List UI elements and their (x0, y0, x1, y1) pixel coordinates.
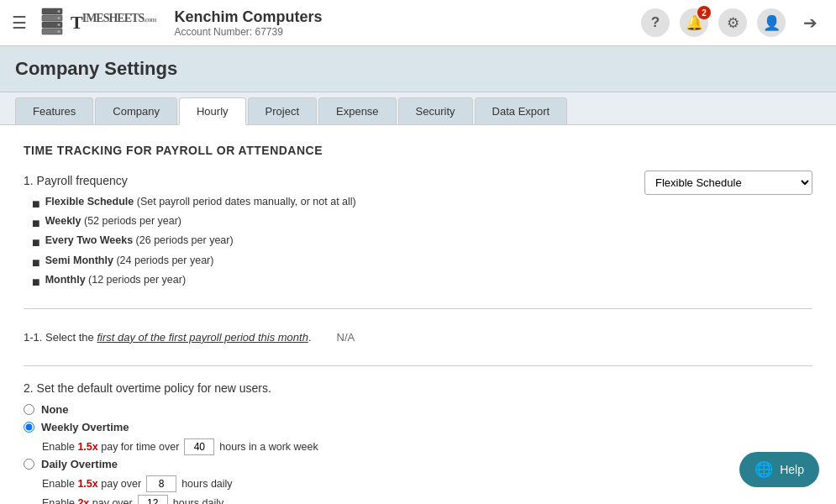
payroll-frequency-label: 1. Payroll frequency (24, 174, 611, 187)
first-day-label: 1-1. Select the first day of the first p… (24, 331, 312, 344)
page-title: Company Settings (0, 46, 836, 92)
daily-ot-text2a: Enable 2x pay over (42, 497, 133, 504)
first-day-value: N/A (337, 331, 355, 344)
option-monthly-desc: (12 periods per year) (86, 274, 187, 286)
svg-point-5 (58, 17, 60, 19)
logo-text: TIMESHEETS.com (71, 12, 155, 34)
list-item: ■ Every Two Weeks (26 periods per year) (32, 234, 611, 250)
option-weekly-desc: (52 periods per year) (81, 215, 182, 227)
daily-ot-hours-input-2[interactable] (138, 495, 168, 504)
tab-hourly[interactable]: Hourly (179, 97, 246, 125)
logo-server-icon (39, 7, 66, 39)
weekly-ot-pay: 1.5x (77, 441, 97, 453)
tab-company[interactable]: Company (95, 97, 177, 124)
option-biweekly-bold: Every Two Weeks (45, 234, 133, 246)
weekly-ot-text1: Enable 1.5x pay for time over (42, 441, 179, 453)
help-button[interactable]: 🌐 Help (739, 452, 819, 487)
logo: TIMESHEETS.com (39, 7, 155, 39)
help-button-label: Help (780, 463, 804, 476)
svg-point-6 (58, 24, 60, 26)
company-info: Kenchim Computers Account Number: 67739 (174, 8, 322, 38)
overtime-weekly-radio[interactable] (24, 422, 34, 433)
content-area: TIME TRACKING FOR PAYROLL OR ATTENDANCE … (0, 125, 836, 504)
company-name: Kenchim Computers (174, 8, 322, 26)
tab-data-export[interactable]: Data Export (475, 97, 568, 124)
first-day-section: 1-1. Select the first day of the first p… (24, 324, 812, 350)
daily-ot-text1b: hours daily (181, 478, 232, 490)
weekly-overtime-sub: Enable 1.5x pay for time over hours in a… (24, 438, 812, 455)
tabs-bar: Features Company Hourly Project Expense … (0, 92, 836, 125)
payroll-frequency-row: 1. Payroll frequency ■ Flexible Schedule… (24, 174, 812, 293)
bullet-icon: ■ (32, 274, 40, 290)
svg-point-4 (58, 10, 60, 13)
user-icon: 👤 (763, 14, 781, 32)
user-button[interactable]: 👤 (757, 8, 786, 37)
option-flexible-bold: Flexible Schedule (45, 196, 134, 207)
daily-ot-pay1: 1.5x (77, 478, 97, 490)
payroll-frequency-list: ■ Flexible Schedule (Set payroll period … (24, 196, 611, 290)
list-item: ■ Flexible Schedule (Set payroll period … (32, 196, 611, 212)
menu-icon[interactable]: ☰ (12, 13, 27, 33)
option-monthly-bold: Monthly (45, 274, 86, 286)
divider (24, 308, 812, 309)
option-weekly-bold: Weekly (45, 215, 81, 227)
account-number: Account Number: 67739 (174, 26, 322, 38)
daily-ot-sub2: Enable 2x pay over hours daily (24, 495, 812, 504)
bullet-icon: ■ (32, 234, 40, 250)
overtime-none-option: None (24, 403, 812, 416)
option-semimonthly-bold: Semi Monthly (45, 255, 113, 266)
overtime-section: 2. Set the default overtime policy for n… (24, 381, 812, 504)
overtime-weekly-option: Weekly Overtime (24, 421, 812, 433)
weekly-ot-hours-input[interactable] (184, 438, 214, 455)
daily-ot-text1a: Enable 1.5x pay over (42, 478, 141, 490)
notification-badge: 2 (697, 6, 711, 19)
overtime-daily-radio[interactable] (24, 459, 34, 470)
help-circle-button[interactable]: ? (641, 8, 670, 37)
section-title: TIME TRACKING FOR PAYROLL OR ATTENDANCE (24, 144, 812, 157)
bullet-icon: ■ (32, 215, 40, 231)
notifications-button[interactable]: 🔔 2 (680, 8, 708, 37)
option-semimonthly-desc: (24 periods per year) (113, 255, 214, 266)
bullet-icon: ■ (32, 196, 40, 212)
list-item: ■ Semi Monthly (24 periods per year) (32, 255, 611, 270)
bullet-icon: ■ (32, 255, 40, 270)
option-flexible-desc: (Set payroll period dates manually, or n… (134, 196, 355, 207)
list-item: ■ Monthly (12 periods per year) (32, 274, 611, 290)
tab-expense[interactable]: Expense (318, 97, 397, 124)
overtime-weekly-label[interactable]: Weekly Overtime (41, 421, 129, 433)
divider-2 (24, 365, 812, 366)
payroll-frequency-left: 1. Payroll frequency ■ Flexible Schedule… (24, 174, 611, 293)
daily-ot-sub1: Enable 1.5x pay over hours daily (24, 475, 812, 492)
help-globe-icon: 🌐 (755, 460, 773, 479)
overtime-daily-option: Daily Overtime (24, 458, 812, 470)
daily-ot-hours-input-1[interactable] (146, 475, 176, 492)
weekly-ot-text2: hours in a work week (219, 441, 318, 453)
payroll-frequency-select[interactable]: Flexible Schedule Weekly Every Two Weeks… (644, 171, 812, 195)
daily-ot-text2b: hours daily (173, 497, 223, 504)
option-biweekly-desc: (26 periods per year) (133, 234, 234, 246)
settings-button[interactable]: ⚙ (718, 8, 747, 37)
logout-button[interactable]: ➔ (796, 8, 824, 37)
tab-security[interactable]: Security (398, 97, 473, 124)
gear-icon: ⚙ (727, 14, 739, 32)
header: ☰ TIMESHEETS.com Kenchim Computers Accou… (0, 0, 836, 46)
overtime-none-radio[interactable] (24, 404, 34, 415)
header-actions: ? 🔔 2 ⚙ 👤 ➔ (641, 8, 824, 37)
tab-project[interactable]: Project (248, 97, 317, 124)
list-item: ■ Weekly (52 periods per year) (32, 215, 611, 231)
overtime-daily-label[interactable]: Daily Overtime (41, 458, 118, 470)
overtime-none-label[interactable]: None (41, 403, 69, 416)
svg-point-7 (58, 30, 60, 33)
overtime-title: 2. Set the default overtime policy for n… (24, 381, 812, 395)
payroll-frequency-right: Flexible Schedule Weekly Every Two Weeks… (644, 171, 812, 195)
daily-ot-pay2: 2x (77, 497, 89, 504)
logout-icon: ➔ (803, 13, 818, 33)
tab-features[interactable]: Features (15, 97, 93, 124)
